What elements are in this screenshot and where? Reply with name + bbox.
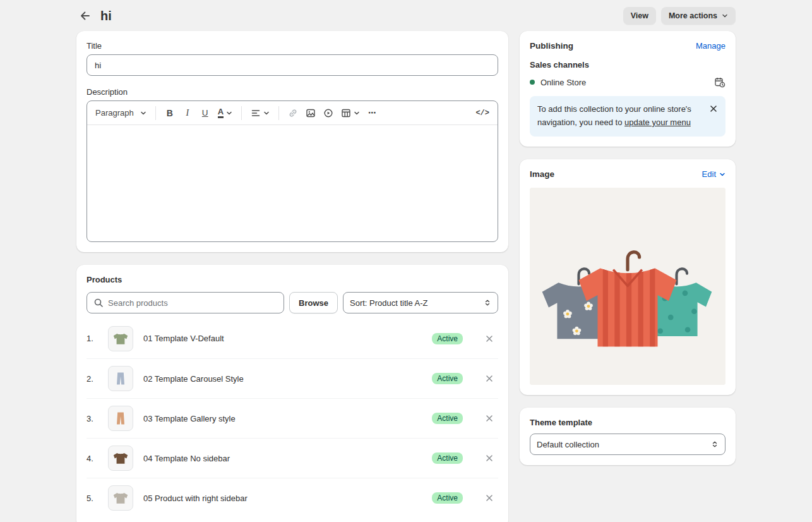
close-icon: [486, 494, 493, 502]
collection-image[interactable]: [530, 188, 725, 385]
underline-glyph: U: [202, 108, 208, 118]
product-thumbnail: [108, 326, 133, 351]
bold-button[interactable]: B: [162, 104, 178, 122]
updown-caret-icon: [711, 440, 719, 448]
title-label: Title: [87, 41, 498, 51]
italic-glyph: I: [186, 108, 189, 118]
product-row: 4. 04 Template No sidebar Active: [87, 438, 498, 478]
chevron-down-icon: [719, 171, 725, 178]
status-badge: Active: [432, 452, 463, 464]
theme-template-select[interactable]: Default collection: [530, 434, 725, 455]
toolbar-separator: [241, 106, 242, 120]
back-button[interactable]: [76, 7, 94, 25]
product-thumbnail: [108, 406, 133, 431]
remove-product-button[interactable]: [481, 330, 498, 348]
sort-select[interactable]: Sort: Product title A-Z: [343, 292, 498, 313]
remove-product-button[interactable]: [481, 489, 498, 507]
search-products-input[interactable]: [108, 298, 277, 308]
product-thumbnail: [108, 485, 133, 511]
align-left-icon: [251, 108, 261, 118]
close-icon: [486, 375, 493, 382]
manage-publishing-link[interactable]: Manage: [696, 41, 725, 51]
product-thumbnail: [108, 446, 133, 471]
shirts-illustration: [530, 188, 725, 385]
paragraph-style-dropdown[interactable]: Paragraph: [92, 104, 150, 122]
theme-template-heading: Theme template: [530, 418, 725, 427]
product-search-box: [87, 292, 284, 313]
chevron-down-icon: [140, 110, 146, 116]
text-color-glyph: A: [218, 107, 224, 118]
product-name-link[interactable]: 01 Template V-Default: [143, 334, 422, 343]
manage-link-label: Manage: [696, 41, 725, 51]
publishing-card: Publishing Manage Sales channels Online …: [520, 31, 736, 147]
chevron-down-icon: [354, 110, 360, 116]
product-index: 1.: [87, 334, 98, 343]
description-editor: Paragraph B I U: [87, 100, 498, 242]
view-button-label: View: [631, 11, 648, 20]
navigation-info-banner: To add this collection to your online st…: [530, 96, 725, 137]
show-html-button[interactable]: </>: [472, 104, 493, 122]
insert-image-button[interactable]: [302, 104, 319, 122]
status-badge: Active: [432, 413, 463, 424]
search-icon: [93, 298, 104, 308]
image-icon: [306, 108, 316, 118]
edit-link-label: Edit: [702, 169, 716, 179]
product-row: 2. 02 Template Carousel Style Active: [87, 358, 498, 398]
toolbar-separator: [278, 106, 279, 120]
text-color-dropdown[interactable]: A: [215, 104, 236, 122]
browse-button[interactable]: Browse: [289, 292, 338, 313]
insert-link-button[interactable]: [285, 104, 301, 122]
product-row: 5. 05 Product with right sidebar Active: [87, 478, 498, 518]
product-index: 3.: [87, 414, 98, 423]
close-icon: [486, 415, 493, 422]
close-icon: [486, 335, 493, 343]
online-store-status-dot: [530, 80, 535, 85]
remove-product-button[interactable]: [481, 370, 498, 387]
image-heading: Image: [530, 169, 554, 179]
sort-select-value: Sort: Product title A-Z: [350, 298, 428, 308]
title-input[interactable]: [87, 54, 498, 76]
status-badge: Active: [432, 333, 463, 344]
bold-glyph: B: [167, 108, 173, 118]
description-editor-body[interactable]: [87, 125, 498, 241]
alignment-dropdown[interactable]: [248, 104, 273, 122]
product-name-link[interactable]: 02 Template Carousel Style: [143, 374, 422, 384]
publishing-heading: Publishing: [530, 41, 573, 51]
table-icon: [341, 108, 351, 118]
product-row: 3. 03 Template Gallery style Active: [87, 398, 498, 438]
chevron-down-icon: [226, 110, 232, 116]
status-badge: Active: [432, 373, 463, 384]
channel-row: Online Store: [530, 76, 725, 88]
update-your-menu-link[interactable]: update your menu: [624, 118, 691, 127]
italic-button[interactable]: I: [179, 104, 196, 122]
product-index: 4.: [87, 454, 98, 463]
editor-toolbar: Paragraph B I U: [87, 101, 498, 125]
dismiss-banner-button[interactable]: [707, 102, 720, 116]
schedule-calendar-icon[interactable]: [714, 76, 725, 88]
more-actions-button[interactable]: More actions: [661, 7, 736, 25]
remove-product-button[interactable]: [481, 449, 498, 467]
product-index: 5.: [87, 494, 98, 503]
remove-product-button[interactable]: [481, 410, 498, 427]
link-icon: [288, 108, 298, 118]
page: hi View More actions Title Description: [76, 0, 736, 522]
underline-button[interactable]: U: [197, 104, 213, 122]
more-actions-label: More actions: [669, 11, 717, 20]
edit-image-dropdown[interactable]: Edit: [702, 169, 725, 179]
insert-table-dropdown[interactable]: [338, 104, 363, 122]
chevron-down-icon: [263, 110, 270, 116]
insert-video-button[interactable]: [320, 104, 337, 122]
ellipsis-icon: ⋯: [368, 108, 377, 118]
product-name-link[interactable]: 04 Template No sidebar: [143, 454, 422, 463]
more-formatting-button[interactable]: ⋯: [364, 104, 381, 122]
close-icon: [486, 454, 493, 462]
view-button[interactable]: View: [623, 7, 656, 25]
product-name-link[interactable]: 05 Product with right sidebar: [143, 494, 422, 503]
products-controls: Browse Sort: Product title A-Z: [87, 292, 498, 313]
theme-template-value: Default collection: [537, 440, 599, 449]
updown-caret-icon: [484, 299, 491, 307]
sales-channels-label: Sales channels: [530, 60, 725, 70]
top-bar: hi View More actions: [76, 0, 736, 31]
top-bar-actions: View More actions: [623, 7, 736, 25]
product-name-link[interactable]: 03 Template Gallery style: [143, 414, 422, 423]
